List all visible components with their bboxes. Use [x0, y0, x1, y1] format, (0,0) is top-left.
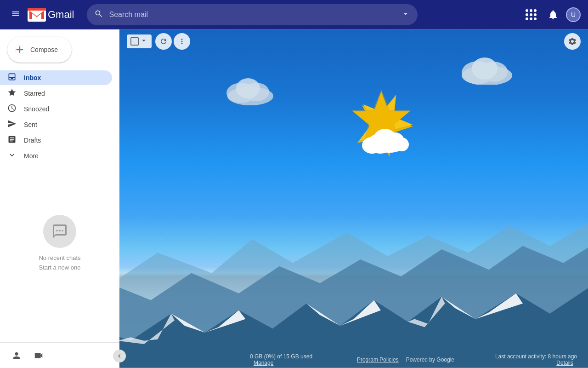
- sidebar-item-inbox[interactable]: Inbox: [0, 70, 112, 85]
- starred-label: Starred: [24, 90, 45, 97]
- select-all-area: [127, 34, 152, 48]
- svg-point-28: [395, 138, 409, 151]
- gmail-m-icon: [28, 8, 46, 22]
- cloud-left: [220, 75, 280, 107]
- collapse-arrow-icon: [116, 352, 123, 360]
- send-icon: [7, 119, 17, 131]
- powered-by-google: Powered by Google: [406, 356, 454, 363]
- topbar: Gmail U: [0, 0, 588, 29]
- main-content: 0 GB (0%) of 15 GB used Manage Program P…: [119, 29, 588, 368]
- program-policies-link[interactable]: Program Policies: [357, 356, 399, 363]
- gmail-wordmark: Gmail: [48, 9, 74, 21]
- compose-label: Compose: [30, 46, 58, 53]
- footer: 0 GB (0%) of 15 GB used Manage Program P…: [239, 351, 588, 368]
- more-options-button[interactable]: [174, 33, 190, 50]
- more-label: More: [24, 152, 39, 160]
- menu-icon[interactable]: [7, 6, 24, 24]
- drafts-label: Drafts: [24, 137, 41, 144]
- sidebar-item-drafts[interactable]: Drafts: [0, 133, 112, 148]
- start-new-chat-text[interactable]: Start a new one: [39, 263, 80, 273]
- cloud-top-right: [455, 52, 519, 86]
- svg-rect-1: [28, 8, 46, 11]
- svg-point-8: [62, 230, 63, 232]
- chat-bubble-icon: [43, 215, 76, 248]
- svg-point-32: [472, 58, 498, 80]
- google-apps-button[interactable]: [522, 6, 540, 24]
- no-recent-chats-text: No recent chats: [39, 253, 80, 263]
- footer-center: Program Policies Powered by Google: [312, 356, 495, 363]
- topbar-right: U: [522, 6, 581, 24]
- sent-label: Sent: [24, 121, 37, 128]
- subtoolbar-right: [564, 33, 581, 50]
- sidebar-item-more[interactable]: More: [0, 149, 112, 163]
- svg-point-36: [236, 78, 260, 98]
- select-checkbox[interactable]: [130, 37, 139, 46]
- mountains-background: [119, 165, 588, 368]
- notifications-button[interactable]: [544, 6, 562, 24]
- apps-grid-icon: [526, 9, 537, 20]
- snoozed-label: Snoozed: [24, 105, 49, 113]
- footer-left: 0 GB (0%) of 15 GB used Manage: [250, 353, 312, 366]
- weather-widget: [335, 85, 427, 177]
- sidebar-item-sent[interactable]: Sent: [0, 117, 112, 132]
- contacts-icon-button[interactable]: [7, 346, 26, 365]
- refresh-button[interactable]: [155, 33, 172, 50]
- storage-text: 0 GB (0%) of 15 GB used: [250, 353, 312, 360]
- compose-button[interactable]: Compose: [7, 37, 72, 63]
- settings-button[interactable]: [564, 33, 581, 50]
- avatar[interactable]: U: [566, 7, 581, 22]
- clock-icon: [7, 104, 17, 115]
- search-input[interactable]: [109, 11, 401, 19]
- sidebar-item-starred[interactable]: Starred: [0, 86, 112, 101]
- footer-right: Last account activity: 8 hours ago Detai…: [495, 353, 577, 366]
- chevron-down-icon: [7, 150, 17, 162]
- select-dropdown-button[interactable]: [140, 36, 148, 46]
- subtoolbar: [119, 29, 588, 53]
- sidebar: Compose Inbox Starred Snoozed: [0, 29, 119, 368]
- search-icon: [94, 9, 103, 21]
- collapse-sidebar-button[interactable]: [113, 350, 126, 362]
- topbar-divider: [0, 29, 588, 30]
- search-dropdown-icon[interactable]: [401, 9, 410, 21]
- search-bar: [87, 4, 418, 25]
- manage-link[interactable]: Manage: [254, 360, 309, 366]
- star-icon: [7, 88, 17, 99]
- details-link[interactable]: Details: [556, 360, 573, 366]
- chat-section: No recent chats Start a new one: [0, 164, 119, 342]
- last-activity-text: Last account activity: 8 hours ago: [495, 353, 577, 360]
- sidebar-item-snoozed[interactable]: Snoozed: [0, 102, 112, 116]
- weather-icon: [335, 85, 427, 177]
- inbox-label: Inbox: [24, 74, 41, 81]
- inbox-icon: [7, 72, 17, 84]
- svg-point-7: [59, 230, 61, 232]
- svg-point-6: [56, 230, 58, 232]
- sidebar-bottom: [0, 342, 119, 368]
- compose-plus-icon: [15, 45, 25, 55]
- draft-icon: [7, 135, 17, 146]
- meet-icon-button[interactable]: [29, 346, 48, 365]
- gmail-logo: Gmail: [28, 8, 74, 22]
